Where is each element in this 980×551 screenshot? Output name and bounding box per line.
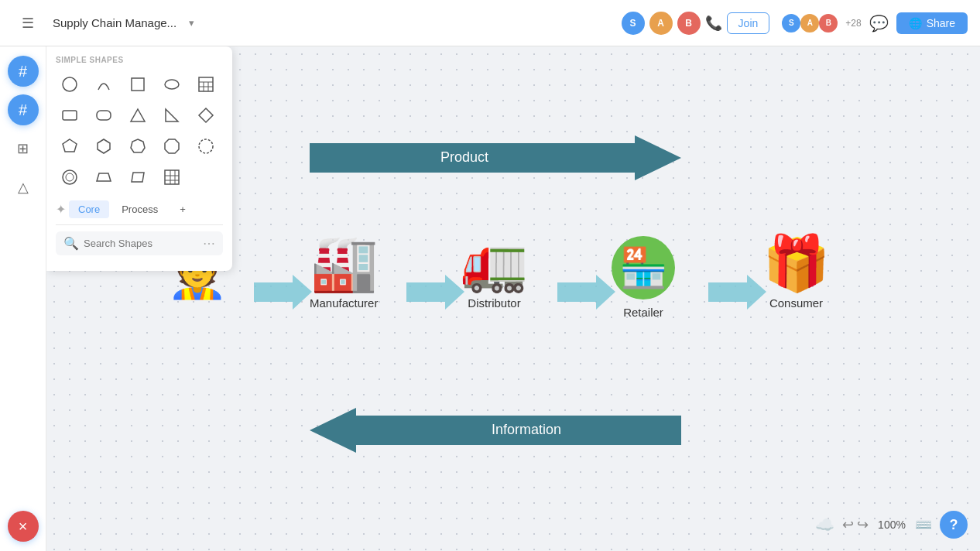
manufacturer-label: Manufacturer (310, 296, 378, 310)
table-shape[interactable] (192, 70, 220, 98)
collab-avatars: S A B (782, 14, 838, 33)
heptagon-shape[interactable] (124, 132, 152, 160)
trapezoid-shape[interactable] (90, 163, 118, 191)
rounded-rect2-shape[interactable] (90, 101, 118, 129)
distributor-icon: 🚛 (461, 236, 528, 290)
diamond-shape[interactable] (192, 101, 220, 129)
svg-text:Information: Information (492, 422, 561, 437)
rounded-rect-shape[interactable] (56, 101, 84, 129)
tab-add[interactable]: + (170, 200, 195, 218)
tab-process[interactable]: Process (112, 200, 167, 218)
svg-marker-10 (131, 109, 145, 121)
consumer-icon: 🎁 (762, 236, 830, 290)
flow-arrow-1 (254, 271, 312, 317)
retailer-label: Retailer (623, 306, 663, 319)
svg-text:Product: Product (440, 149, 488, 165)
collab-count: +28 (845, 18, 861, 29)
join-button[interactable]: Join (727, 12, 770, 34)
search-more-icon[interactable]: ⋯ (203, 236, 215, 251)
freehand-tool[interactable]: △ (8, 172, 39, 203)
shapes-grid (56, 70, 223, 191)
manufacturer-node: 🏭 Manufacturer (310, 236, 378, 310)
frame-tool[interactable]: ⊞ (8, 133, 39, 164)
square-shape[interactable] (124, 70, 152, 98)
flow-arrow-3 (557, 271, 615, 317)
help-button[interactable]: ? (940, 511, 968, 539)
consumer-node: 🎁 Consumer (762, 236, 830, 310)
distributor-label: Distributor (468, 296, 520, 310)
right-triangle-shape[interactable] (158, 101, 186, 129)
svg-marker-15 (131, 139, 145, 152)
svg-marker-27 (310, 135, 681, 180)
svg-rect-1 (132, 78, 144, 91)
circle2-shape[interactable] (192, 132, 220, 160)
manufacturer-icon: 🏭 (310, 236, 378, 290)
triangle-shape[interactable] (124, 101, 152, 129)
flow-arrow-4 (708, 271, 766, 317)
svg-point-2 (165, 80, 179, 89)
collab-av1: S (782, 14, 800, 33)
svg-rect-9 (97, 111, 111, 120)
product-arrow: Product (310, 135, 681, 183)
svg-marker-11 (166, 109, 178, 121)
chat-icon[interactable]: 💬 (869, 14, 889, 33)
svg-point-19 (66, 173, 74, 181)
grid2-shape[interactable] (158, 163, 186, 191)
octagon-shape[interactable] (158, 132, 186, 160)
canvas-area[interactable]: SIMPLE SHAPES (46, 46, 980, 551)
header: ☰ Supply Chain Manage... ▾ S A B 📞 Join … (0, 0, 980, 46)
zoom-level: 100% (876, 518, 907, 531)
retailer-icon: 🏪 (612, 236, 675, 299)
svg-point-0 (63, 77, 77, 91)
frame-icon: ⊞ (17, 140, 29, 157)
title-dropdown[interactable]: ▾ (189, 17, 194, 29)
circle-shape[interactable] (56, 70, 84, 98)
menu-button[interactable]: ☰ (12, 8, 43, 39)
keyboard-icon: ⌨️ (915, 516, 932, 533)
collab-av3: B (819, 14, 838, 33)
arc-shape[interactable] (90, 70, 118, 98)
globe-icon: 🌐 (909, 17, 922, 29)
svg-marker-33 (557, 275, 615, 310)
pentagon-shape[interactable] (56, 132, 84, 160)
search-input[interactable] (84, 238, 192, 249)
svg-rect-8 (63, 111, 77, 120)
svg-rect-3 (199, 77, 213, 91)
shapes-section-label: SIMPLE SHAPES (56, 56, 223, 64)
tab-icon: ✦ (56, 202, 66, 217)
avatar-2: A (649, 12, 673, 35)
ellipse-shape[interactable] (158, 70, 186, 98)
shape-search-bar: 🔍 ⋯ (56, 231, 223, 255)
svg-marker-20 (97, 173, 111, 181)
bottom-toolbar: ☁️ ↩ ↪ 100% ⌨️ ? (815, 511, 968, 539)
circle3-shape[interactable] (56, 163, 84, 191)
share-button[interactable]: 🌐 Share (896, 12, 968, 34)
close-icon: × (19, 518, 28, 536)
distributor-node: 🚛 Distributor (461, 236, 528, 310)
grid-tool[interactable]: # (8, 94, 39, 125)
grid-icon: # (19, 101, 27, 119)
redo-button[interactable]: ↪ (857, 516, 869, 533)
svg-rect-22 (165, 170, 179, 184)
cloud-icon: ☁️ (815, 515, 834, 534)
freehand-icon: △ (18, 179, 29, 196)
tab-core[interactable]: Core (69, 200, 109, 218)
svg-marker-34 (708, 275, 766, 310)
collab-av2: A (800, 14, 819, 33)
undo-button[interactable]: ↩ (842, 516, 854, 533)
main-area: # # ⊞ △ × SIMPLE SHAPES (0, 46, 980, 551)
flow-arrow-2 (406, 271, 464, 317)
shape-panel: SIMPLE SHAPES (46, 46, 232, 271)
info-arrow: Information (310, 408, 681, 456)
undo-redo: ↩ ↪ (842, 516, 869, 533)
avatar-1: S (622, 12, 645, 35)
svg-marker-32 (406, 275, 464, 310)
retailer-node: 🏪 Retailer (612, 236, 675, 319)
hexagon-shape[interactable] (90, 132, 118, 160)
svg-marker-31 (254, 275, 312, 310)
document-title: Supply Chain Manage... (53, 16, 176, 29)
close-panel-button[interactable]: × (8, 511, 39, 542)
shapes-tool[interactable]: # (8, 56, 39, 87)
parallelogram-shape[interactable] (124, 163, 152, 191)
consumer-label: Consumer (769, 296, 823, 310)
